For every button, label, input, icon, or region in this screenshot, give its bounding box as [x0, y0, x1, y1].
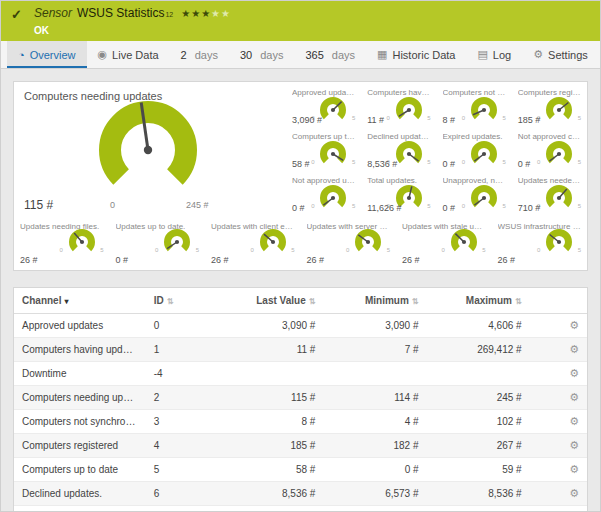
channel-name: Expired updates.	[14, 506, 146, 512]
gauge-value: 58 #	[292, 159, 310, 169]
gauge-not-approved-critical-o[interactable]: Not approved critical o...050 #	[512, 128, 587, 172]
table-row-computers-not-synchroniz: Computers not synchroniz...38 #4 #102 #⚙	[14, 410, 587, 434]
channel-settings-wrench-icon[interactable]: ⚙	[569, 319, 579, 331]
gauge-dial: 05	[545, 184, 573, 212]
column-header-id[interactable]: ID⇅	[146, 288, 203, 314]
tab-label-suffix: days	[195, 49, 218, 61]
gauge-not-approved-updates[interactable]: Not approved updates050 #	[286, 172, 361, 216]
gauge-wsus-infrastructure-u[interactable]: WSUS infrastructure u...0526 #	[492, 218, 588, 268]
tab-overview[interactable]: ◔Overview	[7, 41, 87, 68]
channel-id: 2	[146, 386, 203, 410]
channel-maximum: 267 #	[427, 434, 530, 458]
gauge-scale-min: 0	[311, 203, 314, 209]
gauge-scale-min: 0	[155, 247, 158, 253]
tab-2-days[interactable]: 2days	[170, 41, 229, 68]
priority-stars[interactable]: ★★★★★	[181, 7, 231, 21]
column-header-minimum[interactable]: Minimum⇅	[323, 288, 426, 314]
channel-id: 5	[146, 458, 203, 482]
gauge-value: 26 #	[402, 255, 420, 265]
column-header-channel[interactable]: Channel▾	[14, 288, 146, 314]
tab-30-days[interactable]: 30days	[229, 41, 295, 68]
sort-arrows-icon: ⇅	[167, 297, 174, 306]
gauge-dial: 05	[319, 184, 347, 212]
gauge-scale-max: 5	[100, 247, 103, 253]
gauge-dial: 05	[354, 228, 382, 256]
channel-settings-wrench-icon[interactable]: ⚙	[569, 487, 579, 499]
channel-minimum: 6,573 #	[323, 482, 426, 506]
table-row-downtime: Downtime-4⚙	[14, 362, 587, 386]
priority-star-icon: ★	[201, 8, 211, 19]
gauge-scale-min: 0	[442, 247, 445, 253]
gauge-value: 0 #	[292, 203, 305, 213]
gauge-declined-updates[interactable]: Declined updates.058,536 #	[361, 128, 436, 172]
column-header-maximum[interactable]: Maximum⇅	[427, 288, 530, 314]
table-row-computers-having-update: Computers having update ...111 #7 #269,4…	[14, 338, 587, 362]
channel-settings-wrench-icon[interactable]: ⚙	[569, 367, 579, 379]
tab-label: 2	[181, 49, 187, 61]
tab-historic-data[interactable]: ▦Historic Data	[366, 41, 466, 68]
tab-365-days[interactable]: 365days	[294, 41, 366, 68]
channel-id: 0	[146, 314, 203, 338]
gauge-computers-having-upd[interactable]: Computers having upd...0511 #	[361, 84, 436, 128]
gauge-unapproved-needed-u[interactable]: Unapproved, needed u...050 #	[437, 172, 512, 216]
tab-live-data[interactable]: ◉Live Data	[87, 41, 170, 68]
gauge-dial: 05	[68, 228, 96, 256]
gauge-scale-max: 5	[578, 115, 581, 121]
channel-settings-wrench-icon[interactable]: ⚙	[569, 463, 579, 475]
sort-arrows-icon: ⇅	[309, 297, 316, 306]
gauge-updates-with-stale-upd[interactable]: Updates with stale upd...0526 #	[396, 218, 492, 268]
gauge-computers-not-synchr[interactable]: Computers not synchr...058 #	[437, 84, 512, 128]
sort-arrows-icon: ⇅	[515, 297, 522, 306]
channel-maximum: 245 #	[427, 386, 530, 410]
channel-last-value: 185 #	[203, 434, 323, 458]
gauge-computers-up-to-date[interactable]: Computers up to date0558 #	[286, 128, 361, 172]
overview-gauge-icon: ◔	[18, 49, 25, 61]
channel-settings-wrench-icon[interactable]: ⚙	[569, 439, 579, 451]
channel-maximum: 102 #	[427, 410, 530, 434]
gauge-value: 26 #	[20, 255, 38, 265]
channel-name: Computers not synchroniz...	[14, 410, 146, 434]
channel-actions-cell: ⚙	[530, 338, 587, 362]
gauge-expired-updates[interactable]: Expired updates.050 #	[437, 128, 512, 172]
gauge-value: 0 #	[443, 203, 456, 213]
gauge-computers-registered[interactable]: Computers registered05185 #	[512, 84, 587, 128]
gauge-value: 11 #	[367, 115, 384, 125]
gauge-scale-min: 0	[462, 203, 465, 209]
channel-maximum: 8,536 #	[427, 482, 530, 506]
sort-arrows-icon: ⇅	[412, 297, 419, 306]
gauge-updates-with-client-err[interactable]: Updates with client err...0526 #	[205, 218, 301, 268]
historic-data-icon: ▦	[377, 48, 387, 61]
gauge-approved-updates[interactable]: Approved updates053,090 #	[286, 84, 361, 128]
tab-settings[interactable]: ⚙Settings	[522, 41, 599, 68]
main-gauge-dial	[98, 100, 198, 204]
gauge-total-updates[interactable]: Total updates.0511,626 #	[361, 172, 436, 216]
channel-last-value: 8,536 #	[203, 482, 323, 506]
channel-minimum: 182 #	[323, 434, 426, 458]
gauge-updates-needing-files[interactable]: Updates needing files.0526 #	[14, 218, 110, 268]
tab-label: Overview	[30, 49, 76, 61]
channel-last-value: 3,090 #	[203, 314, 323, 338]
main-gauge-computers-needing-updates[interactable]: Computers needing updates 115 # 0 245 #	[14, 82, 286, 218]
gauge-scale-max: 5	[502, 203, 505, 209]
channel-last-value	[203, 362, 323, 386]
channel-settings-wrench-icon[interactable]: ⚙	[569, 415, 579, 427]
gauge-dial: 05	[163, 228, 191, 256]
tab-log[interactable]: ▤Log	[466, 41, 522, 68]
channel-minimum: 4 #	[323, 410, 426, 434]
gauge-updates-up-to-date[interactable]: Updates up to date.050 #	[110, 218, 206, 268]
gauge-dial: 05	[545, 228, 573, 256]
channel-name: Downtime	[14, 362, 146, 386]
channel-settings-wrench-icon[interactable]: ⚙	[569, 343, 579, 355]
gauge-scale-max: 5	[578, 159, 581, 165]
gauge-scale-max: 5	[427, 203, 430, 209]
channel-actions-cell: ⚙	[530, 458, 587, 482]
gauge-value: 26 #	[307, 255, 325, 265]
gauge-dial: 05	[259, 228, 287, 256]
gauge-updates-needed-by-co[interactable]: Updates needed by co...05710 #	[512, 172, 587, 216]
channel-settings-wrench-icon[interactable]: ⚙	[569, 391, 579, 403]
column-header-last-value[interactable]: Last Value⇅	[203, 288, 323, 314]
gauge-updates-with-server-err[interactable]: Updates with server err...0526 #	[301, 218, 397, 268]
gauge-scale-max: 5	[352, 115, 355, 121]
gauge-scale-max: 5	[502, 159, 505, 165]
channel-id: 1	[146, 338, 203, 362]
